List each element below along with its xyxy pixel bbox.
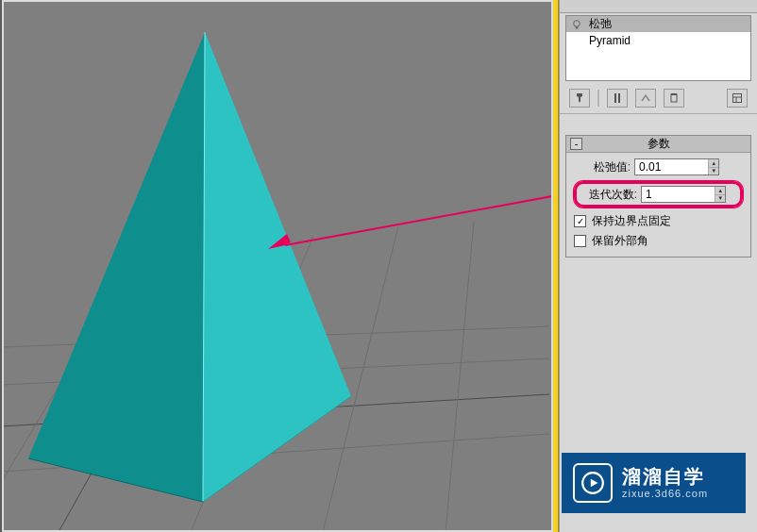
watermark-logo-icon [573, 463, 613, 503]
iterations-input[interactable] [642, 187, 715, 202]
show-end-result-button[interactable] [607, 89, 628, 108]
stack-item-relax[interactable]: 松弛 [566, 16, 750, 32]
svg-rect-32 [671, 94, 677, 102]
app-root: x y z 松弛 Pyramid [0, 0, 757, 532]
iterations-spinner[interactable]: ▲▼ [641, 186, 726, 203]
viewport-3d[interactable]: x y z [0, 0, 553, 532]
spinner-arrows[interactable]: ▲▼ [715, 187, 725, 202]
svg-rect-29 [576, 26, 579, 28]
keep-boundary-row[interactable]: ✓ 保持边界点固定 [574, 213, 743, 229]
watermark-url: zixue.3d66.com [622, 488, 708, 500]
svg-rect-31 [618, 93, 620, 103]
iterations-label: 迭代次数: [580, 187, 637, 203]
chevron-down-icon[interactable]: ▼ [709, 168, 718, 175]
chevron-up-icon[interactable]: ▲ [709, 159, 718, 168]
svg-marker-10 [203, 32, 351, 502]
svg-rect-34 [733, 94, 742, 103]
keep-corners-label: 保留外部角 [592, 233, 648, 249]
stack-item-pyramid[interactable]: Pyramid [566, 32, 750, 48]
parameters-rollout: - 参数 松弛值: ▲▼ 迭代次数: ▲▼ [565, 135, 751, 258]
lightbulb-icon [570, 18, 583, 31]
svg-point-28 [574, 20, 580, 26]
relax-value-spinner[interactable]: ▲▼ [634, 158, 719, 175]
chevron-down-icon[interactable]: ▼ [715, 195, 725, 203]
make-unique-button[interactable] [635, 89, 656, 108]
relax-value-row: 松弛值: ▲▼ [574, 158, 743, 175]
relax-value-label: 松弛值: [574, 159, 631, 175]
pin-stack-button[interactable] [569, 89, 590, 108]
keep-boundary-label: 保持边界点固定 [592, 213, 671, 229]
chevron-up-icon[interactable]: ▲ [715, 187, 725, 195]
svg-marker-38 [591, 479, 598, 488]
spinner-arrows[interactable]: ▲▼ [708, 159, 718, 175]
iterations-row: 迭代次数: ▲▼ [580, 186, 736, 203]
stack-toolbar [560, 87, 757, 114]
rollout-header[interactable]: - 参数 [566, 136, 750, 153]
modifier-stack[interactable]: 松弛 Pyramid [565, 15, 751, 81]
remove-modifier-button[interactable] [664, 89, 684, 108]
configure-sets-button[interactable] [727, 89, 748, 108]
rollout-title: 参数 [566, 136, 750, 152]
stack-item-label: 松弛 [589, 16, 612, 32]
watermark-title: 溜溜自学 [622, 465, 708, 488]
toolbar-separator [597, 90, 599, 107]
keep-corners-checkbox[interactable] [574, 235, 586, 247]
svg-rect-30 [614, 93, 616, 103]
pyramid-object[interactable] [2, 0, 549, 532]
rollout-toggle-icon[interactable]: - [570, 138, 582, 150]
iterations-highlight: 迭代次数: ▲▼ [574, 181, 743, 208]
keep-corners-row[interactable]: 保留外部角 [574, 233, 743, 249]
relax-value-input[interactable] [635, 159, 708, 175]
blank-icon [570, 34, 583, 47]
svg-marker-9 [28, 32, 205, 502]
stack-header [560, 0, 757, 13]
keep-boundary-checkbox[interactable]: ✓ [574, 215, 586, 227]
watermark-badge: 溜溜自学 zixue.3d66.com [562, 453, 746, 513]
stack-item-label: Pyramid [589, 34, 631, 47]
